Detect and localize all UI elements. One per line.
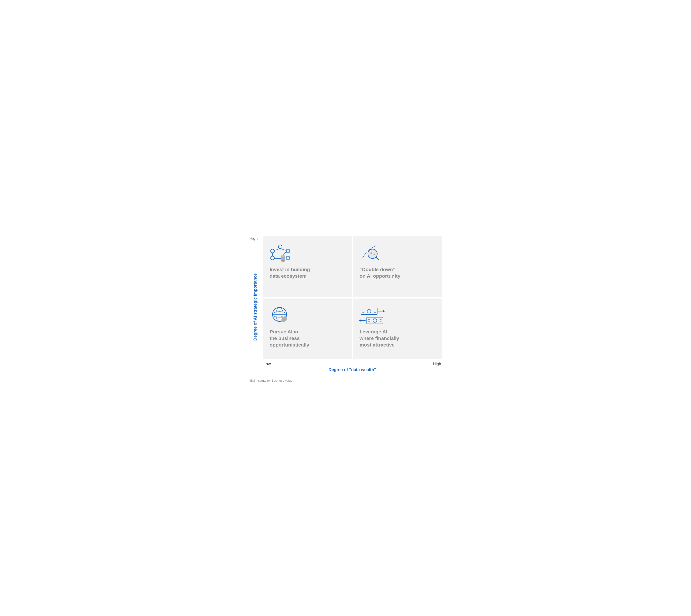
footer-text: IBM Institute for Business Value bbox=[250, 379, 292, 382]
grid-wrapper: Invest in buildingdata ecosystem bbox=[263, 236, 442, 359]
quadrant-top-right: “Double down”on AI opportunity bbox=[353, 236, 442, 297]
footer: IBM Institute for Business Value bbox=[250, 379, 442, 382]
globe-icon bbox=[270, 306, 345, 324]
y-axis-wrapper: High Degree of AI strategic importance bbox=[250, 236, 261, 372]
svg-point-23 bbox=[285, 317, 287, 320]
svg-line-6 bbox=[274, 249, 280, 250]
grid-row-bottom: Pursue AI inthe businessopportunisticall… bbox=[263, 299, 442, 359]
svg-point-17 bbox=[374, 254, 375, 255]
svg-point-25 bbox=[282, 315, 285, 317]
network-icon bbox=[270, 243, 345, 262]
svg-point-0 bbox=[278, 245, 282, 249]
x-low-label: Low bbox=[264, 362, 271, 367]
x-high-label: High bbox=[433, 362, 441, 367]
x-axis-labels: Low High bbox=[263, 362, 442, 367]
svg-point-13 bbox=[281, 260, 285, 262]
svg-point-3 bbox=[271, 249, 274, 253]
svg-marker-34 bbox=[383, 310, 385, 312]
quadrant-bottom-right-text: Leverage AIwhere financiallymost attract… bbox=[360, 329, 435, 348]
svg-rect-27 bbox=[361, 308, 377, 314]
x-axis-area: Low High Degree of "data wealth" bbox=[263, 362, 442, 372]
chart-main: Invest in buildingdata ecosystem bbox=[263, 236, 442, 372]
svg-line-5 bbox=[280, 249, 287, 250]
svg-marker-42 bbox=[359, 320, 361, 322]
svg-point-4 bbox=[271, 256, 274, 260]
y-high-label: High bbox=[250, 236, 258, 241]
svg-point-2 bbox=[286, 256, 290, 260]
money-icon bbox=[360, 306, 435, 324]
svg-point-28 bbox=[367, 309, 371, 313]
x-axis-title: Degree of "data wealth" bbox=[329, 367, 376, 372]
svg-line-15 bbox=[376, 257, 379, 260]
svg-point-16 bbox=[371, 252, 372, 254]
svg-point-26 bbox=[280, 318, 282, 320]
quadrant-bottom-right: Leverage AIwhere financiallymost attract… bbox=[353, 299, 442, 359]
svg-point-36 bbox=[373, 318, 377, 323]
svg-rect-35 bbox=[367, 317, 383, 324]
grid-rows: Invest in buildingdata ecosystem bbox=[263, 236, 442, 359]
quadrant-bottom-left-text: Pursue AI inthe businessopportunisticall… bbox=[270, 329, 345, 348]
chart-area: High Degree of AI strategic importance bbox=[250, 236, 442, 372]
y-axis-label: Degree of AI strategic importance bbox=[253, 242, 258, 372]
svg-point-1 bbox=[286, 249, 290, 253]
svg-point-12 bbox=[281, 255, 285, 257]
page-container: High Degree of AI strategic importance bbox=[240, 227, 451, 389]
magnify-icon bbox=[360, 243, 435, 262]
svg-point-24 bbox=[282, 320, 285, 323]
quadrant-top-left: Invest in buildingdata ecosystem bbox=[263, 236, 352, 297]
quadrant-top-left-text: Invest in buildingdata ecosystem bbox=[270, 266, 345, 280]
quadrant-top-right-text: “Double down”on AI opportunity bbox=[360, 266, 435, 280]
grid-row-top: Invest in buildingdata ecosystem bbox=[263, 236, 442, 297]
quadrant-bottom-left: Pursue AI inthe businessopportunisticall… bbox=[263, 299, 352, 359]
